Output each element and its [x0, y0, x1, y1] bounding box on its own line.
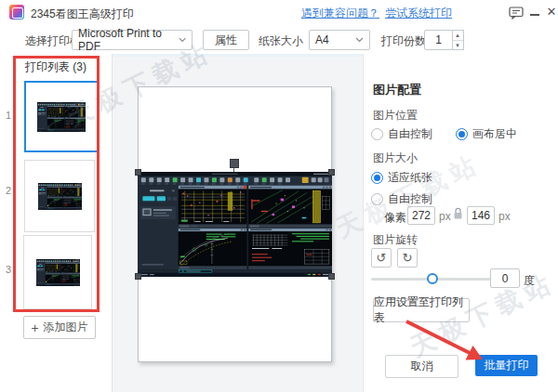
add-image-button[interactable]: + 添加图片 [23, 316, 96, 339]
chevron-down-icon [355, 37, 364, 43]
radio-label: 适应纸张 [388, 170, 432, 186]
pixel-width-input[interactable] [407, 206, 435, 225]
paper-size-value: A4 [315, 33, 329, 46]
printer-select-value: Microsoft Print to PDF [78, 27, 179, 53]
print-toolbar: 选择打印机 Microsoft Print to PDF 属性 纸张大小 A4 … [0, 24, 558, 55]
resize-handle-bottom-right[interactable] [328, 273, 335, 280]
pixel-unit-label: px [439, 210, 451, 223]
rotate-cw-button[interactable]: ↻ [397, 248, 418, 268]
batch-print-button[interactable]: 批量打印 [475, 355, 538, 376]
copies-label: 打印份数 [381, 33, 426, 49]
paper-size-label: 纸张大小 [259, 33, 303, 49]
resize-handle-top-right[interactable] [328, 169, 335, 176]
feedback-icon[interactable] [508, 4, 525, 20]
print-list-thumbnail-3[interactable] [23, 235, 92, 309]
preview-image[interactable] [138, 172, 332, 277]
cad-thumbnail-image [37, 102, 86, 132]
position-label: 图片位置 [373, 108, 418, 124]
list-item-number: 3 [6, 264, 11, 275]
compat-question-link[interactable]: 遇到兼容问题？ [301, 6, 379, 21]
print-list-thumbnail-2[interactable] [24, 160, 95, 232]
app-icon [9, 5, 24, 20]
pixel-unit-label: px [498, 210, 511, 223]
print-list-thumbnail-1[interactable] [24, 81, 99, 152]
panel-title: 图片配置 [373, 82, 421, 98]
rotate-ccw-button[interactable]: ↺ [371, 248, 392, 268]
copies-stepper: ▲ ▼ [452, 30, 464, 50]
rotation-handle[interactable] [230, 159, 239, 168]
cad-thumbnail-image [36, 259, 80, 286]
rotation-slider[interactable] [371, 273, 492, 284]
rotate-ccw-icon: ↺ [377, 251, 387, 265]
pixel-label: 像素 [384, 210, 406, 226]
apply-settings-button[interactable]: 应用设置至打印列表 [373, 298, 470, 322]
radio-label: 画布居中 [472, 126, 517, 142]
radio-fit-paper[interactable]: 适应纸张 [371, 170, 432, 186]
resize-handle-bottom-left[interactable] [135, 273, 141, 280]
paper-size-select[interactable]: A4 [309, 30, 370, 50]
advanced-print-window: 2345看图王高级打印 遇到兼容问题？ 尝试系统打印 ✕ 选择打印机 Micro… [0, 0, 558, 392]
resize-handle-top-left[interactable] [135, 169, 141, 176]
close-button[interactable]: ✕ [543, 4, 558, 20]
lock-icon[interactable] [453, 207, 463, 224]
radio-center-canvas[interactable]: 画布居中 [456, 126, 517, 142]
cad-thumbnail-image [38, 183, 82, 210]
radio-icon-selected [456, 128, 468, 140]
rotate-cw-icon: ↻ [403, 251, 413, 265]
radio-free-position[interactable]: 自由控制 [371, 126, 432, 142]
printer-select[interactable]: Microsoft Print to PDF [72, 30, 193, 50]
angle-input[interactable] [490, 268, 520, 288]
image-config-panel: 图片配置 图片位置 自由控制 画布居中 图片大小 适应纸张 自由控制 像素 px [363, 54, 558, 392]
list-item-number: 2 [6, 185, 11, 196]
system-print-link[interactable]: 尝试系统打印 [385, 6, 452, 21]
angle-unit-label: 度 [524, 273, 535, 289]
properties-button[interactable]: 属性 [203, 30, 249, 50]
radio-icon [371, 193, 383, 205]
stepper-down-icon[interactable]: ▼ [452, 41, 463, 50]
close-icon: ✕ [547, 5, 557, 19]
pixel-height-input[interactable] [467, 206, 495, 225]
radio-label: 自由控制 [388, 126, 432, 142]
title-bar: 2345看图王高级打印 遇到兼容问题？ 尝试系统打印 ✕ [0, 0, 558, 25]
minimize-icon [530, 14, 539, 16]
add-image-label: 添加图片 [44, 320, 88, 335]
minimize-button[interactable] [526, 4, 543, 20]
chevron-down-icon [179, 37, 186, 43]
cancel-button[interactable]: 取消 [385, 355, 458, 378]
radio-label: 自由控制 [388, 191, 432, 207]
rotation-handle-stem [233, 168, 234, 172]
radio-free-size[interactable]: 自由控制 [371, 191, 432, 207]
radio-icon [371, 128, 383, 140]
stepper-up-icon[interactable]: ▲ [452, 31, 463, 41]
copies-input[interactable] [424, 30, 453, 50]
print-list-header: 打印列表 (3) [25, 59, 86, 75]
rotate-label: 图片旋转 [373, 232, 418, 248]
plus-icon: + [31, 321, 38, 334]
window-title: 2345看图王高级打印 [31, 7, 134, 22]
preview-top-strip [113, 54, 363, 57]
size-label: 图片大小 [373, 150, 418, 166]
print-list-sidebar: 打印列表 (3) 1 2 3 + 添加图片 [0, 54, 113, 392]
list-item-number: 1 [6, 110, 11, 121]
radio-icon-selected [371, 172, 383, 184]
slider-handle[interactable] [427, 273, 438, 284]
